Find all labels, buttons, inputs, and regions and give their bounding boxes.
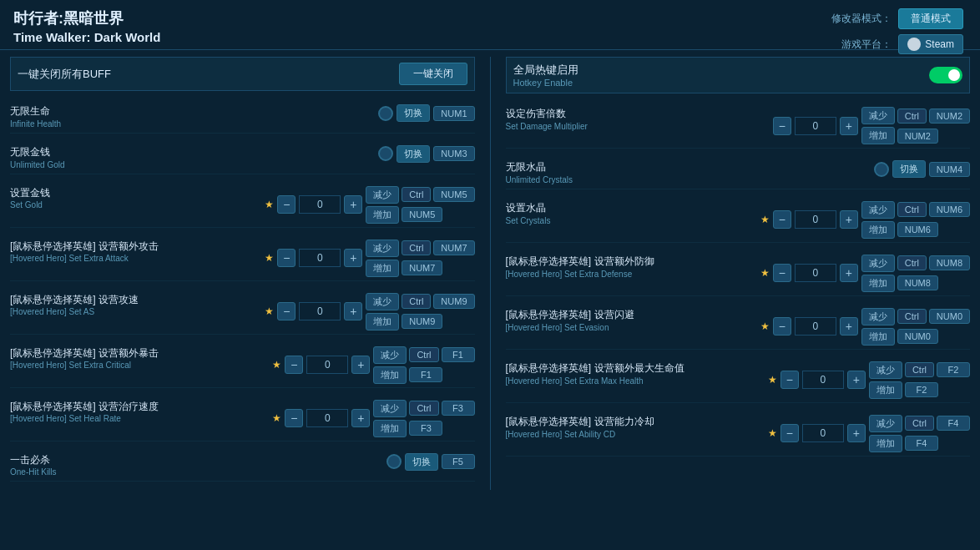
minus-btn[interactable]: −	[780, 424, 799, 442]
inc-num-btn[interactable]: F2	[905, 382, 938, 397]
inc-label-btn[interactable]: 增加	[869, 381, 902, 399]
dec-num-btn[interactable]: NUM7	[433, 240, 474, 255]
dec-num-btn[interactable]: NUM6	[929, 202, 970, 217]
dec-label-btn[interactable]: 减少	[366, 293, 399, 310]
plus-btn[interactable]: +	[351, 356, 370, 374]
dec-num-btn[interactable]: NUM9	[433, 294, 474, 309]
cheat-key-btn[interactable]: F5	[442, 454, 475, 469]
dec-label-btn[interactable]: 减少	[373, 400, 407, 417]
inc-num-btn[interactable]: NUM8	[897, 275, 938, 290]
inc-label-btn[interactable]: 增加	[366, 260, 399, 277]
inc-label-btn[interactable]: 增加	[373, 420, 407, 437]
plus-btn[interactable]: +	[840, 117, 858, 135]
plus-btn[interactable]: +	[840, 210, 858, 229]
ctrl-btn[interactable]: Ctrl	[402, 187, 431, 202]
plus-btn[interactable]: +	[847, 424, 866, 442]
cheat-switch-btn[interactable]: 切换	[892, 160, 926, 178]
cheat-toggle[interactable]	[874, 162, 889, 177]
mode-button[interactable]: 普通模式	[898, 8, 963, 29]
plus-btn[interactable]: +	[840, 317, 858, 336]
ctrl-btn[interactable]: Ctrl	[905, 416, 934, 431]
inc-num-btn[interactable]: NUM5	[402, 207, 442, 222]
inc-label-btn[interactable]: 增加	[861, 328, 895, 346]
dec-label-btn[interactable]: 减少	[869, 361, 902, 379]
star-icon[interactable]: ★	[768, 427, 777, 439]
cheat-switch-btn[interactable]: 切换	[397, 104, 430, 122]
ctrl-btn[interactable]: Ctrl	[897, 309, 927, 324]
inc-num-btn[interactable]: F4	[905, 436, 938, 451]
minus-btn[interactable]: −	[773, 210, 791, 229]
star-icon[interactable]: ★	[265, 252, 274, 264]
inc-num-btn[interactable]: NUM9	[402, 314, 442, 329]
plus-btn[interactable]: +	[840, 264, 858, 282]
minus-btn[interactable]: −	[773, 264, 791, 282]
star-icon[interactable]: ★	[760, 320, 770, 332]
dec-label-btn[interactable]: 减少	[861, 107, 895, 124]
minus-btn[interactable]: −	[277, 249, 296, 267]
cheat-switch-btn[interactable]: 切换	[397, 145, 430, 163]
ctrl-btn[interactable]: Ctrl	[402, 294, 431, 309]
star-icon[interactable]: ★	[265, 199, 274, 210]
dec-label-btn[interactable]: 减少	[861, 255, 895, 272]
dec-num-btn[interactable]: NUM5	[433, 187, 474, 202]
cheat-key-btn[interactable]: NUM4	[929, 162, 970, 177]
dec-label-btn[interactable]: 减少	[861, 308, 895, 325]
dec-num-btn[interactable]: NUM8	[929, 255, 970, 270]
ctrl-btn[interactable]: Ctrl	[409, 401, 438, 416]
minus-btn[interactable]: −	[277, 195, 296, 214]
dec-num-btn[interactable]: F3	[442, 401, 475, 416]
plus-btn[interactable]: +	[344, 302, 362, 320]
ctrl-btn[interactable]: Ctrl	[409, 347, 438, 362]
star-icon[interactable]: ★	[760, 267, 770, 279]
inc-num-btn[interactable]: NUM0	[897, 329, 938, 344]
inc-label-btn[interactable]: 增加	[869, 435, 902, 452]
plus-btn[interactable]: +	[344, 195, 362, 214]
ctrl-btn[interactable]: Ctrl	[897, 255, 927, 270]
minus-btn[interactable]: −	[773, 117, 791, 135]
cheat-switch-btn[interactable]: 切换	[405, 453, 438, 471]
dec-num-btn[interactable]: NUM2	[929, 108, 970, 124]
ctrl-btn[interactable]: Ctrl	[905, 362, 934, 377]
minus-btn[interactable]: −	[277, 302, 296, 320]
dec-label-btn[interactable]: 减少	[366, 240, 399, 257]
cheat-key-btn[interactable]: NUM3	[433, 146, 474, 161]
minus-btn[interactable]: −	[285, 356, 303, 374]
star-icon[interactable]: ★	[760, 214, 770, 225]
inc-num-btn[interactable]: NUM7	[402, 260, 442, 275]
ctrl-btn[interactable]: Ctrl	[402, 240, 431, 255]
minus-btn[interactable]: −	[780, 371, 799, 389]
cheat-toggle[interactable]	[378, 106, 393, 121]
inc-label-btn[interactable]: 增加	[366, 206, 399, 224]
minus-btn[interactable]: −	[773, 317, 791, 336]
dec-num-btn[interactable]: F4	[937, 416, 970, 431]
platform-button[interactable]: Steam	[898, 34, 963, 54]
dec-label-btn[interactable]: 减少	[366, 186, 399, 204]
inc-num-btn[interactable]: F3	[409, 421, 442, 436]
star-icon[interactable]: ★	[272, 412, 281, 424]
one-key-close-button[interactable]: 一键关闭	[399, 63, 467, 85]
minus-btn[interactable]: −	[285, 409, 303, 427]
star-icon[interactable]: ★	[768, 374, 777, 386]
ctrl-btn[interactable]: Ctrl	[897, 108, 927, 124]
ctrl-btn[interactable]: Ctrl	[897, 202, 927, 217]
inc-label-btn[interactable]: 增加	[373, 366, 407, 384]
dec-label-btn[interactable]: 减少	[861, 201, 895, 219]
inc-num-btn[interactable]: NUM6	[897, 222, 938, 237]
inc-num-btn[interactable]: F1	[409, 367, 442, 382]
inc-label-btn[interactable]: 增加	[861, 275, 895, 292]
plus-btn[interactable]: +	[351, 409, 370, 427]
hotkey-toggle[interactable]	[929, 67, 962, 83]
dec-label-btn[interactable]: 减少	[869, 415, 902, 432]
inc-label-btn[interactable]: 增加	[861, 221, 895, 239]
plus-btn[interactable]: +	[847, 371, 866, 389]
cheat-toggle[interactable]	[386, 454, 402, 469]
cheat-toggle[interactable]	[378, 146, 393, 161]
dec-num-btn[interactable]: F2	[937, 362, 970, 377]
plus-btn[interactable]: +	[344, 249, 362, 267]
dec-num-btn[interactable]: NUM0	[929, 309, 970, 324]
inc-label-btn[interactable]: 增加	[861, 127, 895, 144]
star-icon[interactable]: ★	[265, 305, 274, 317]
cheat-key-btn[interactable]: NUM1	[433, 106, 474, 121]
dec-num-btn[interactable]: F1	[442, 347, 475, 362]
inc-label-btn[interactable]: 增加	[366, 313, 399, 331]
